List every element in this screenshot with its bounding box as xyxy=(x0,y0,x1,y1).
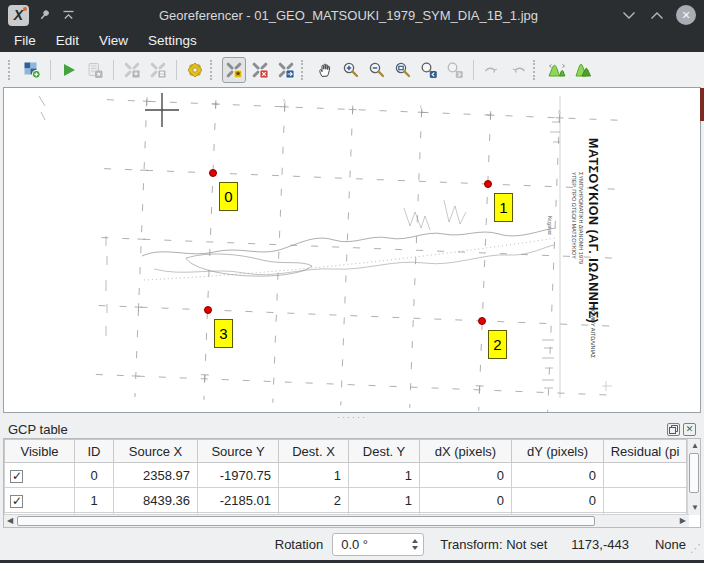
gcp-marker-dot[interactable] xyxy=(209,169,217,177)
column-header[interactable]: dX (pixels) xyxy=(420,440,512,463)
window-title: Georeferencer - 01_GEO_MATSOUKI_1979_SYM… xyxy=(77,8,620,23)
maximize-icon[interactable] xyxy=(648,6,666,24)
table-cell-source-y[interactable]: -2185.01 xyxy=(198,488,279,513)
local-histogram-stretch-button[interactable] xyxy=(571,57,595,83)
minimize-icon[interactable] xyxy=(620,6,638,24)
table-vertical-scrollbar[interactable]: ▲ ▼ xyxy=(687,439,700,515)
toolbar-drag-handle[interactable] xyxy=(533,60,541,80)
gcp-table-area: VisibleIDSource XSource YDest. XDest. Yd… xyxy=(4,439,687,514)
move-gcp-point-button[interactable] xyxy=(274,57,298,83)
generate-gdal-script-button[interactable] xyxy=(83,57,107,83)
table-cell-source-y[interactable]: -1970.75 xyxy=(198,463,279,488)
table-cell-id[interactable]: 1 xyxy=(75,488,114,513)
column-header[interactable]: Visible xyxy=(5,440,75,463)
canvas-table-splitter[interactable]: ······ xyxy=(0,413,704,420)
zoom-next-button[interactable] xyxy=(443,57,467,83)
close-icon[interactable]: ✕ xyxy=(676,5,696,25)
gcp-table-dock-header: GCP table ✕ xyxy=(0,420,704,438)
gcp-marker-dot[interactable] xyxy=(478,317,486,325)
scroll-up-icon[interactable]: ▲ xyxy=(691,440,699,452)
toolbar-drag-handle[interactable] xyxy=(8,60,16,80)
load-gcp-points-button[interactable] xyxy=(120,57,144,83)
shade-icon[interactable] xyxy=(59,6,77,24)
zoom-in-button[interactable] xyxy=(339,57,363,83)
link-qgis-to-georeferencer-button[interactable] xyxy=(506,57,530,83)
column-header[interactable]: dY (pixels) xyxy=(512,440,604,463)
column-header[interactable]: Dest. Y xyxy=(349,440,420,463)
visible-checkbox[interactable] xyxy=(10,470,23,483)
table-cell-dy[interactable]: 0 xyxy=(512,488,604,513)
spin-up-icon[interactable] xyxy=(412,539,418,543)
link-georeferencer-to-qgis-button[interactable] xyxy=(480,57,504,83)
column-header[interactable]: Source X xyxy=(114,440,198,463)
visible-cell[interactable] xyxy=(5,463,75,488)
dock-float-icon[interactable] xyxy=(667,423,680,436)
transformation-settings-button[interactable] xyxy=(183,57,207,83)
visible-checkbox[interactable] xyxy=(10,495,23,508)
table-cell-source-x[interactable]: 2358.97 xyxy=(114,463,198,488)
gcp-marker-label[interactable]: 2 xyxy=(488,330,507,359)
gcp-marker-label[interactable]: 0 xyxy=(219,182,238,211)
table-cell-dest-x[interactable]: 2 xyxy=(279,488,349,513)
scroll-left-icon[interactable]: ◀ xyxy=(7,515,13,527)
scroll-down-icon[interactable]: ▼ xyxy=(691,502,699,514)
background-window-sliver xyxy=(700,88,704,121)
title-bar[interactable]: X Georeferencer - 01_GEO_MATSOUKI_1979_S… xyxy=(0,0,704,30)
table-cell-dx[interactable]: 0 xyxy=(420,463,512,488)
toolbar-drag-handle[interactable] xyxy=(210,60,218,80)
rotation-value[interactable]: 0.0 ° xyxy=(333,534,406,555)
open-raster-button[interactable] xyxy=(20,57,44,83)
delete-point-button[interactable] xyxy=(248,57,272,83)
horizontal-scroll-thumb[interactable] xyxy=(17,516,595,526)
table-row[interactable]: 02358.97-1970.751100 xyxy=(5,463,687,488)
column-header[interactable]: Dest. X xyxy=(279,440,349,463)
menu-view[interactable]: View xyxy=(89,30,138,52)
menu-settings[interactable]: Settings xyxy=(138,30,207,52)
table-row[interactable]: 18439.36-2185.012100 xyxy=(5,488,687,513)
table-cell-id[interactable]: 0 xyxy=(75,463,114,488)
georeferencer-window: X Georeferencer - 01_GEO_MATSOUKI_1979_S… xyxy=(0,0,704,563)
pan-button[interactable] xyxy=(313,57,337,83)
resize-grip[interactable]: ⋰ xyxy=(690,542,701,555)
dock-close-icon[interactable]: ✕ xyxy=(683,423,696,436)
zoom-out-button[interactable] xyxy=(365,57,389,83)
table-cell-dest-y[interactable]: 1 xyxy=(349,488,420,513)
toolbar-separator xyxy=(113,60,114,80)
visible-cell[interactable] xyxy=(5,488,75,513)
menu-file[interactable]: File xyxy=(4,30,46,52)
menu-edit[interactable]: Edit xyxy=(46,30,89,52)
column-header[interactable]: Residual (pi xyxy=(604,440,687,463)
zoom-last-button[interactable] xyxy=(417,57,441,83)
rotation-spinbox[interactable]: 0.0 ° xyxy=(332,533,424,556)
table-cell-dest-x[interactable]: 1 xyxy=(279,463,349,488)
table-cell-dy[interactable]: 0 xyxy=(512,463,604,488)
crosshair-cursor xyxy=(145,93,179,127)
full-histogram-stretch-button[interactable] xyxy=(545,57,569,83)
spin-down-icon[interactable] xyxy=(412,546,418,550)
toolbar-separator xyxy=(473,60,474,80)
zoom-to-layer-button[interactable] xyxy=(391,57,415,83)
table-cell-residual[interactable] xyxy=(604,463,687,488)
transform-status: Transform: Not set xyxy=(440,537,547,552)
scroll-right-icon[interactable]: ▶ xyxy=(680,515,686,527)
table-horizontal-scrollbar[interactable]: ◀ ▶ xyxy=(4,514,689,527)
gcp-marker-label[interactable]: 1 xyxy=(494,193,513,222)
table-cell-residual[interactable] xyxy=(604,488,687,513)
table-cell-source-x[interactable]: 8439.36 xyxy=(114,488,198,513)
vertical-scroll-thumb[interactable] xyxy=(689,453,699,493)
gcp-marker-dot[interactable] xyxy=(484,180,492,188)
gcp-marker-label[interactable]: 3 xyxy=(214,319,233,348)
table-cell-dest-y[interactable]: 1 xyxy=(349,463,420,488)
svg-text:δ: δ xyxy=(558,109,561,115)
pin-icon[interactable] xyxy=(35,6,53,24)
column-header[interactable]: ID xyxy=(75,440,114,463)
map-place-label: Κεχριναί xyxy=(547,216,553,236)
column-header[interactable]: Source Y xyxy=(198,440,279,463)
toolbar-drag-handle[interactable] xyxy=(301,60,309,80)
gcp-marker-dot[interactable] xyxy=(204,306,212,314)
add-point-button[interactable] xyxy=(222,57,246,83)
map-canvas[interactable]: 5 ε δ xyxy=(3,87,701,413)
start-georeferencing-button[interactable] xyxy=(57,57,81,83)
table-cell-dx[interactable]: 0 xyxy=(420,488,512,513)
save-gcp-points-button[interactable] xyxy=(146,57,170,83)
